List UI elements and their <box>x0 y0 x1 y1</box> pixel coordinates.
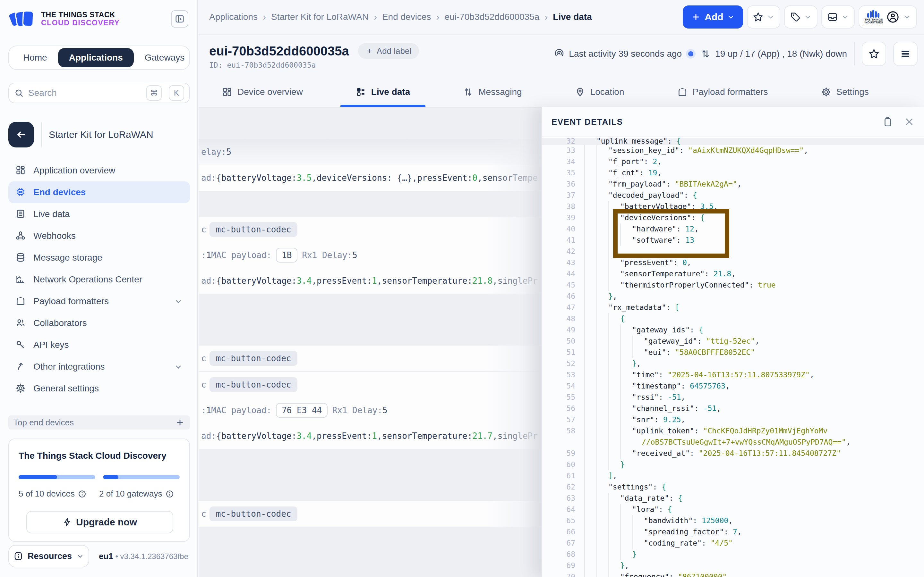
device-overview-icon <box>222 87 232 97</box>
json-line: 68} <box>542 549 924 560</box>
json-line: 59"received_at": "2025-04-16T13:57:11.84… <box>542 448 924 459</box>
sidebar-collapse-icon[interactable] <box>171 10 188 27</box>
line-number: 61 <box>542 470 575 482</box>
notifications-button[interactable] <box>821 5 855 29</box>
live-event-row[interactable]: : 1 MAC payload:1BRx1 Delay: 5 <box>199 242 541 268</box>
line-number: 57 <box>542 414 575 425</box>
line-number: 59 <box>542 448 575 459</box>
sidebar-item-collaborators[interactable]: Collaborators <box>8 312 190 334</box>
line-number: 36 <box>542 179 575 190</box>
sidebar-item-message-storage[interactable]: Message storage <box>8 247 190 269</box>
sidebar-item-payload-formatters[interactable]: Payload formatters <box>8 290 190 312</box>
bookmarks-button[interactable] <box>747 5 780 29</box>
json-line: 50"gateway_id": "ttig-52ec", <box>542 335 924 347</box>
sidebar-item-live-data[interactable]: Live data <box>8 203 190 225</box>
live-event-row[interactable]: : 1 MAC payload:76 E3 44Rx1 Delay: 5 <box>199 398 541 423</box>
line-number: 51 <box>542 347 575 358</box>
sidebar-item-network-operations-center[interactable]: Network Operations Center <box>8 269 190 290</box>
tab-live-data[interactable]: Live data <box>356 77 410 107</box>
star-icon <box>753 11 764 23</box>
sidebar-item-other-integrations[interactable]: Other integrations <box>8 356 190 378</box>
tab-location[interactable]: Location <box>575 77 624 107</box>
live-event-row[interactable]: cmc-button-codec <box>199 217 541 242</box>
tab-payload-formatters[interactable]: Payload formatters <box>677 77 768 107</box>
line-number: 69 <box>542 560 575 571</box>
codec-chip: mc-button-codec <box>210 222 298 237</box>
info-icon[interactable] <box>166 490 174 498</box>
tags-button[interactable] <box>784 5 817 29</box>
live-event-row[interactable]: ad: { batteryVoltage: 3.4, pressEvent: 1… <box>199 423 541 449</box>
breadcrumb: Applications›Starter Kit for LoRaWAN›End… <box>209 11 592 23</box>
line-number: 65 <box>542 515 575 526</box>
tab-label: Live data <box>371 87 410 97</box>
json-line: 49"gateway_ids": { <box>542 324 924 335</box>
add-top-end-device-button[interactable] <box>175 418 185 427</box>
back-button[interactable] <box>8 122 34 147</box>
line-number: 48 <box>542 313 575 324</box>
sidebar-footer: Resources eu1 • v3.34.1.2363763fbe <box>8 545 190 567</box>
breadcrumb-separator: › <box>374 11 377 23</box>
sidebar-item-label: Webhooks <box>33 231 76 241</box>
sidebar-item-webhooks[interactable]: Webhooks <box>8 225 190 247</box>
copy-icon[interactable] <box>882 116 893 127</box>
json-line: 32"uplink_message": { <box>542 138 924 145</box>
upgrade-now-button[interactable]: Upgrade now <box>26 511 173 533</box>
tab-messaging[interactable]: Messaging <box>463 77 522 107</box>
add-button[interactable]: Add <box>683 5 743 29</box>
switcher-tab-applications[interactable]: Applications <box>58 48 134 67</box>
resources-button[interactable]: Resources <box>8 545 89 567</box>
line-number: 67 <box>542 538 575 549</box>
sidebar-item-application-overview[interactable]: Application overview <box>8 160 190 181</box>
live-event-row[interactable]: cmc-button-codec <box>199 346 541 371</box>
api-keys-icon <box>15 340 26 350</box>
profile-menu-button[interactable]: THE THINGSINDUSTRIES <box>859 5 917 29</box>
line-number: 46 <box>542 291 575 302</box>
line-number: 55 <box>542 392 575 403</box>
add-label-button[interactable]: Add label <box>358 43 419 59</box>
json-line: 62"settings": { <box>542 482 924 493</box>
json-line: 42}, <box>542 246 924 257</box>
last-activity: Last activity 39 seconds ago <box>554 49 693 59</box>
bookmark-device-button[interactable] <box>862 42 886 66</box>
devices-usage-label: 5 of 10 devices <box>19 489 99 499</box>
switcher-tab-gateways[interactable]: Gateways <box>134 48 196 67</box>
sidebar-item-label: Network Operations Center <box>33 274 142 285</box>
event-json-viewer: 32"uplink_message": {33"session_key_id":… <box>542 138 924 577</box>
network-operations-center-icon <box>15 274 26 285</box>
breadcrumb-item[interactable]: eui-70b3d52dd600035a <box>444 12 540 22</box>
tts-logo[interactable]: THE THINGS STACK CLOUD DISCOVERY <box>8 9 120 29</box>
sidebar-item-label: API keys <box>33 340 69 350</box>
live-event-row[interactable]: ad: { batteryVoltage: 3.4, pressEvent: 1… <box>199 268 541 293</box>
chevron-down-icon <box>174 297 183 306</box>
breadcrumb-item[interactable]: End devices <box>382 12 431 22</box>
line-number: 50 <box>542 335 575 347</box>
sidebar-item-end-devices[interactable]: End devices <box>8 181 190 203</box>
info-icon[interactable] <box>78 490 86 498</box>
line-number: 45 <box>542 279 575 291</box>
live-event-row[interactable]: cmc-button-codec <box>199 372 541 398</box>
sidebar-item-api-keys[interactable]: API keys <box>8 334 190 356</box>
breadcrumb-item[interactable]: Applications <box>209 12 258 22</box>
breadcrumb-separator: › <box>436 11 439 23</box>
switcher-tab-home[interactable]: Home <box>12 48 58 67</box>
search-input[interactable]: Search ⌘ K <box>8 83 190 103</box>
tab-settings[interactable]: Settings <box>821 77 869 107</box>
end-devices-icon <box>15 187 26 198</box>
device-menu-button[interactable] <box>893 42 918 66</box>
sidebar-item-general-settings[interactable]: General settings <box>8 378 190 400</box>
line-number: 41 <box>542 235 575 246</box>
breadcrumb-item[interactable]: Starter Kit for LoRaWAN <box>271 12 368 22</box>
sidebar-item-label: Message storage <box>33 253 102 263</box>
live-event-row[interactable]: cmc-button-codec <box>199 501 541 527</box>
tab-label: Location <box>590 87 624 97</box>
close-icon[interactable] <box>904 117 914 127</box>
json-line: 45"thermistorProperlyConnected": true <box>542 279 924 291</box>
live-event-row[interactable]: ad: { batteryVoltage: 3.5, deviceVersion… <box>199 165 541 191</box>
tab-device-overview[interactable]: Device overview <box>222 77 303 107</box>
line-number: 47 <box>542 302 575 313</box>
json-line: 70"frequency": "867100000", <box>542 571 924 577</box>
sidebar-item-label: Payload formatters <box>33 296 109 306</box>
live-event-row[interactable]: elay: 5 <box>199 139 541 165</box>
breadcrumb-separator: › <box>263 11 266 23</box>
header-actions: Add THE THINGSINDUSTRIES <box>683 5 917 29</box>
